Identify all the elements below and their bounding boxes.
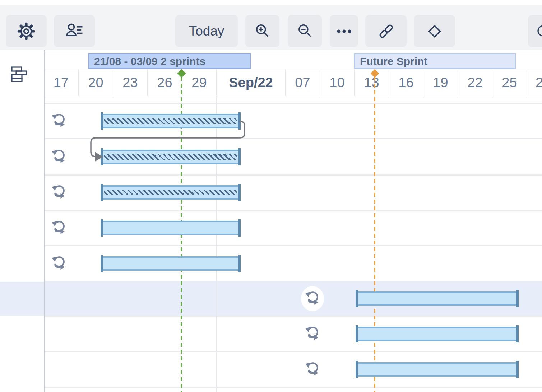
task-bar-body (102, 221, 239, 235)
task-bar[interactable] (102, 184, 239, 201)
task-progress-hatch (104, 154, 237, 160)
sprint-icon[interactable] (304, 361, 321, 378)
date-cell: 23 (113, 70, 147, 96)
gear-icon (17, 22, 36, 41)
row-separator (44, 351, 542, 352)
task-bar-start-cap[interactable] (101, 255, 103, 272)
sprint-header[interactable]: 21/08 - 03/09 2 sprints (88, 53, 251, 69)
row-separator (44, 281, 542, 282)
sprint-header-band: 21/08 - 03/09 2 sprintsFuture Sprint (44, 53, 542, 69)
panel-divider[interactable] (44, 50, 45, 392)
sprint-icon[interactable] (304, 290, 321, 307)
date-header-row: 1720232629Sep/22071013161922252 (44, 70, 542, 96)
sprint-header[interactable]: Future Sprint (354, 53, 516, 69)
task-bar-end-cap[interactable] (238, 112, 241, 130)
sprint-icon[interactable] (304, 325, 321, 342)
gantt-structure-icon (11, 66, 27, 84)
sprint-icon[interactable] (50, 112, 68, 130)
zoom-in-icon (254, 22, 272, 40)
date-cell: Sep/22 (216, 70, 285, 96)
sprint-icon[interactable] (50, 148, 68, 165)
task-bar-start-cap[interactable] (356, 361, 358, 378)
task-bar-body (357, 327, 517, 341)
gantt-app: Today (0, 0, 542, 392)
today-button-label: Today (189, 24, 224, 39)
date-cell: 2 (527, 70, 542, 96)
date-cell: 07 (285, 70, 320, 96)
person-list-icon (65, 22, 84, 41)
ellipsis-icon (335, 22, 353, 41)
date-cell: 26 (147, 70, 182, 96)
sprint-icon[interactable] (50, 219, 68, 237)
milestone-button[interactable] (414, 15, 455, 47)
row-separator (44, 316, 542, 317)
task-bar-end-cap[interactable] (516, 290, 519, 307)
diamond-icon (425, 22, 444, 41)
zoom-out-button[interactable] (288, 15, 322, 47)
assignees-button[interactable] (54, 15, 95, 47)
today-button[interactable]: Today (175, 15, 238, 47)
row-separator (44, 210, 542, 211)
row-separator (44, 387, 542, 388)
task-bar-end-cap[interactable] (516, 361, 519, 378)
task-bar-end-cap[interactable] (238, 184, 241, 201)
sprint-icon[interactable] (50, 184, 68, 201)
task-bar[interactable] (357, 325, 517, 342)
date-cell: 22 (458, 70, 492, 96)
partial-circle-icon (528, 15, 542, 47)
more-options-button[interactable] (330, 15, 358, 47)
link-icon (377, 22, 395, 41)
date-cell: 10 (320, 70, 354, 96)
task-bar-start-cap[interactable] (101, 219, 103, 237)
month-gridline (216, 96, 217, 392)
toolbar: Today (0, 5, 542, 50)
date-cell: 16 (389, 70, 423, 96)
task-bar-start-cap[interactable] (356, 290, 358, 307)
task-bar-start-cap[interactable] (356, 325, 358, 342)
task-bar-end-cap[interactable] (238, 255, 241, 272)
zoom-in-button[interactable] (245, 15, 279, 47)
task-bar-end-cap[interactable] (238, 148, 241, 165)
clipped-right-button[interactable] (528, 15, 542, 47)
date-cell: 19 (423, 70, 458, 96)
row-separator (44, 138, 542, 139)
link-tasks-button[interactable] (365, 15, 407, 47)
date-cell: 29 (182, 70, 216, 96)
task-bar-start-cap[interactable] (101, 148, 103, 165)
task-progress-hatch (104, 190, 237, 195)
date-cell: 17 (44, 70, 78, 96)
task-bar-body (357, 362, 517, 377)
task-bar-body (357, 291, 517, 306)
task-bar[interactable] (357, 361, 517, 378)
sprint-icon[interactable] (50, 255, 68, 272)
row-separator (44, 174, 542, 176)
sprint-end-marker-line (374, 77, 375, 392)
task-bar-body (102, 256, 239, 271)
date-cell: 25 (492, 70, 527, 96)
zoom-out-icon (296, 22, 314, 40)
task-bar-end-cap[interactable] (516, 325, 519, 342)
task-progress-hatch (104, 118, 237, 124)
row-separator (44, 103, 542, 104)
settings-button[interactable] (6, 15, 47, 47)
task-bar-end-cap[interactable] (238, 219, 241, 237)
task-bar-start-cap[interactable] (101, 112, 103, 130)
row-separator (44, 245, 542, 246)
task-bar-start-cap[interactable] (101, 184, 103, 201)
task-bar[interactable] (102, 148, 239, 165)
task-bar[interactable] (102, 255, 239, 272)
date-cell: 20 (78, 70, 113, 96)
task-bar[interactable] (102, 112, 239, 130)
task-bar[interactable] (102, 219, 239, 237)
task-bar[interactable] (357, 290, 517, 307)
